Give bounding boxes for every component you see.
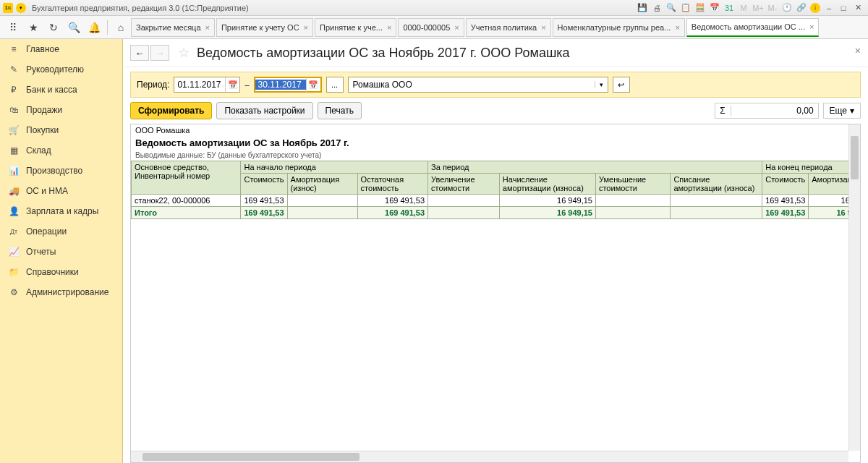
gear-icon: ⚙ [7, 287, 20, 297]
close-icon[interactable]: × [387, 23, 391, 32]
calendar-icon[interactable]: 📅 [709, 2, 720, 14]
home-icon[interactable]: ⌂ [112, 19, 129, 36]
sidebar-item-manager[interactable]: ✎Руководителю [0, 59, 122, 80]
table-total-row: Итого 169 491,53 169 491,53 16 949,15 16… [132, 207, 860, 219]
forward-button[interactable]: → [150, 45, 169, 61]
sidebar-item-salary[interactable]: 👤Зарплата и кадры [0, 201, 122, 221]
sidebar-item-admin[interactable]: ⚙Администрирование [0, 282, 122, 302]
sidebar-item-directories[interactable]: 📁Справочники [0, 262, 122, 282]
content-close-icon[interactable]: × [855, 45, 861, 56]
calendar-icon[interactable]: 📅 [306, 77, 320, 92]
star-icon[interactable]: ☆ [178, 45, 190, 61]
grp-end: На конец периода [762, 161, 860, 174]
period-picker-button[interactable]: ... [326, 77, 344, 93]
copy-icon[interactable]: 📋 [680, 2, 692, 14]
sidebar-item-sales[interactable]: 🛍Продажи [0, 100, 122, 120]
more-button[interactable]: Еще▾ [823, 103, 861, 119]
sidebar-item-warehouse[interactable]: ▦Склад [0, 140, 122, 161]
bell-icon[interactable]: 🔔 [85, 19, 103, 36]
close-icon[interactable]: × [675, 23, 679, 32]
org-open-button[interactable]: ↩ [613, 77, 630, 93]
sidebar: ≡Главное ✎Руководителю ₽Банк и касса 🛍Пр… [0, 39, 123, 463]
col-accrual: Начисление амортизации (износа) [499, 174, 595, 195]
m-icon[interactable]: M [738, 2, 749, 14]
sidebar-item-main[interactable]: ≡Главное [0, 39, 122, 59]
tab-close-month[interactable]: Закрытие месяца× [131, 18, 215, 37]
bank-icon: ₽ [7, 85, 20, 95]
col-amort-start: Амортизация (износ) [287, 174, 357, 195]
print-button[interactable]: Печать [318, 102, 362, 119]
col-writeoff: Списание амортизации (износа) [671, 174, 762, 195]
tab-doc-number[interactable]: 0000-000005× [398, 18, 464, 37]
print-icon[interactable]: 🖨 [651, 2, 663, 14]
col-residual: Остаточная стоимость [357, 174, 427, 195]
apps-icon[interactable]: ⠿ [4, 19, 22, 36]
purchases-icon: 🛒 [7, 125, 20, 135]
close-icon[interactable]: × [205, 23, 210, 32]
app-title: Бухгалтерия предприятия, редакция 3.0 (1… [32, 4, 249, 12]
link-icon[interactable]: 🔗 [796, 2, 807, 14]
tab-accept-os2[interactable]: Принятие к уче...× [315, 18, 396, 37]
history-icon[interactable]: ↻ [45, 19, 62, 36]
toolbar: ⠿ ★ ↻ 🔍 🔔 ⌂ Закрытие месяца× Принятие к … [0, 16, 868, 39]
sidebar-item-reports[interactable]: 📈Отчеты [0, 242, 122, 262]
folder-icon: 📁 [7, 267, 20, 277]
app-menu-dropdown[interactable]: ▾ [16, 3, 26, 13]
m-minus-icon[interactable]: M- [767, 2, 778, 14]
sum-box: Σ [715, 103, 819, 119]
close-icon[interactable]: × [454, 23, 459, 32]
app-logo-icon: 1c [3, 3, 13, 13]
preview-icon[interactable]: 🔍 [665, 2, 677, 14]
date-from-input[interactable]: 📅 [174, 77, 240, 93]
tab-accept-os[interactable]: Принятие к учету ОС× [216, 18, 313, 37]
manager-icon: ✎ [7, 64, 20, 75]
grp-period: За период [428, 161, 762, 174]
sidebar-item-operations[interactable]: ДтОперации [0, 221, 122, 242]
date-to-input[interactable]: 📅 [254, 77, 322, 93]
tab-accounting-policy[interactable]: Учетная политика× [466, 18, 551, 37]
col-decrease: Уменьшение стоимости [595, 174, 670, 195]
chart-icon: 📈 [7, 247, 20, 257]
chevron-down-icon[interactable]: ▾ [595, 81, 608, 88]
dtkt-icon: Дт [7, 226, 20, 237]
save-icon[interactable]: 💾 [637, 2, 648, 14]
maximize-icon[interactable]: □ [838, 2, 849, 14]
calc-icon[interactable]: 🧮 [694, 2, 706, 14]
back-button[interactable]: ← [130, 45, 149, 61]
period-label: Период: [137, 80, 169, 90]
tabs: Закрытие месяца× Принятие к учету ОС× Пр… [131, 18, 865, 37]
content-header: ← → ☆ Ведомость амортизации ОС за Ноябрь… [123, 39, 868, 67]
calendar31-icon[interactable]: 31 [723, 2, 735, 14]
form-button[interactable]: Сформировать [130, 102, 212, 119]
clock-icon[interactable]: 🕐 [781, 2, 793, 14]
sum-input[interactable] [731, 106, 818, 116]
scrollbar-horizontal[interactable] [131, 451, 848, 462]
minimize-icon[interactable]: – [823, 2, 835, 14]
close-icon[interactable]: × [541, 23, 545, 32]
calendar-icon[interactable]: 📅 [225, 77, 239, 92]
sidebar-item-production[interactable]: 📊Производство [0, 161, 122, 181]
report-table: Основное средство, Инвентарный номер На … [131, 161, 860, 219]
org-input[interactable]: ▾ [348, 77, 608, 93]
tab-nomenclature[interactable]: Номенклатурные группы реа...× [553, 18, 685, 37]
report-area: ООО Ромашка Ведомость амортизации ОС за … [130, 124, 861, 463]
m-plus-icon[interactable]: M+ [752, 2, 764, 14]
col-cost-start: Стоимость [241, 174, 287, 195]
search-icon[interactable]: 🔍 [65, 19, 82, 36]
sigma-icon[interactable]: Σ [715, 106, 731, 116]
sidebar-item-bank[interactable]: ₽Банк и касса [0, 80, 122, 100]
window-close-icon[interactable]: ✕ [852, 2, 864, 14]
info-icon[interactable]: i [810, 3, 820, 13]
sidebar-item-purchases[interactable]: 🛒Покупки [0, 120, 122, 140]
favorite-icon[interactable]: ★ [25, 19, 42, 36]
table-row[interactable]: станок22, 00-000006 169 491,53 169 491,5… [132, 195, 860, 207]
scrollbar-vertical[interactable] [848, 124, 860, 451]
close-icon[interactable]: × [809, 22, 814, 31]
main-icon: ≡ [7, 44, 20, 54]
filter-bar: Период: 📅 – 📅 ... ▾ ↩ [130, 72, 861, 98]
close-icon[interactable]: × [304, 23, 308, 32]
settings-button[interactable]: Показать настройки [216, 102, 312, 119]
sidebar-item-os-nma[interactable]: 🚚ОС и НМА [0, 181, 122, 201]
person-icon: 👤 [7, 206, 20, 216]
tab-depreciation-report[interactable]: Ведомость амортизации ОС ...× [686, 18, 820, 37]
